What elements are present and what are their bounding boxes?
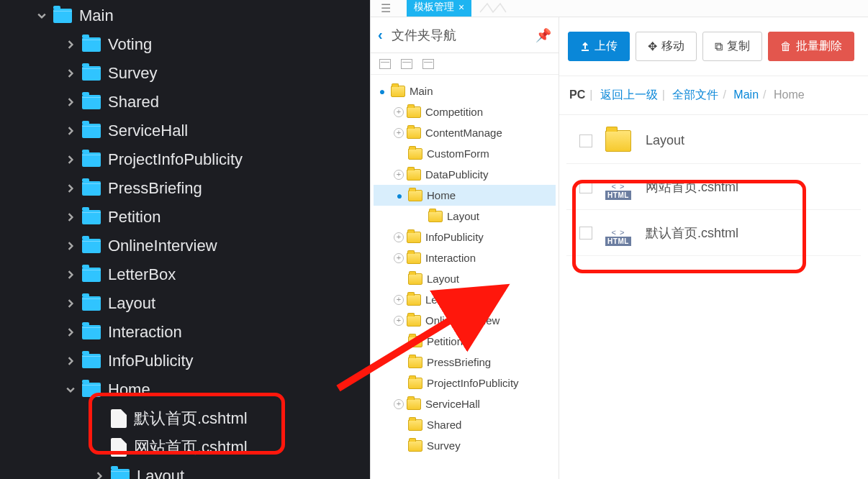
mid-tree-item[interactable]: +Interaction [374, 247, 556, 268]
mid-tree-item[interactable]: Layout [374, 206, 556, 227]
tree-item[interactable]: Interaction [0, 318, 370, 347]
pin-icon[interactable]: 📌 [535, 27, 551, 43]
expand-icon[interactable]: + [394, 316, 404, 326]
button-label: 移动 [661, 39, 684, 54]
upload-button[interactable]: 上传 [568, 32, 630, 61]
tree-item[interactable]: OnlineInterview [0, 232, 370, 260]
mid-tree-item[interactable]: +LetterBox [374, 289, 556, 310]
spacer [414, 211, 425, 222]
tree-label: Voting [108, 35, 152, 54]
layout-icon[interactable] [379, 59, 391, 69]
menu-icon[interactable]: ☰ [381, 1, 395, 15]
expand-icon[interactable]: + [394, 295, 404, 305]
mid-tree-item[interactable]: ProjectInfoPublicity [374, 373, 556, 393]
file-row[interactable]: < >HTML 默认首页.cshtml [566, 210, 861, 256]
mid-tree-item[interactable]: Layout [374, 268, 556, 289]
tree-item[interactable]: InfoPublicity [0, 347, 370, 375]
tree-item-home[interactable]: Home [0, 375, 370, 404]
file-row[interactable]: < >HTML 网站首页.cshtml [566, 164, 861, 210]
chevron-right-icon [65, 125, 76, 137]
tree-label: OnlineInterview [425, 314, 499, 327]
copy-button[interactable]: ⧉复制 [702, 32, 762, 61]
expand-icon[interactable]: + [394, 253, 404, 263]
breadcrumb-main[interactable]: Main [733, 88, 759, 101]
breadcrumb-all[interactable]: 全部文件 [672, 88, 718, 101]
tree-item[interactable]: Layout [0, 289, 370, 318]
folder-icon [391, 86, 405, 97]
spacer [94, 413, 105, 424]
expand-icon[interactable]: + [394, 107, 404, 117]
breadcrumb-current: Home [774, 88, 805, 101]
tree-item[interactable]: ProjectInfoPublicity [0, 145, 370, 174]
tree-label: Layout [427, 273, 459, 285]
tab-bar: ☰ 模板管理 × [371, 0, 868, 17]
file-list: Layout < >HTML 网站首页.cshtml < >HTML 默认首页.… [559, 115, 868, 259]
tree-label: Layout [137, 467, 184, 479]
back-arrow-icon[interactable]: ‹ [378, 27, 383, 43]
spacer [394, 148, 405, 160]
html-file-icon: < >HTML [605, 174, 631, 200]
folder-icon [407, 232, 421, 243]
checkbox[interactable] [579, 134, 592, 147]
chevron-right-icon [65, 240, 76, 252]
mid-tree-item[interactable]: +OnlineInterview [374, 310, 556, 331]
mid-tree-item[interactable]: +ContentManage [374, 122, 556, 143]
close-icon[interactable]: × [458, 1, 464, 13]
breadcrumb: PC| 返回上一级| 全部文件/ Main/ Home [559, 76, 868, 115]
mid-tree-item[interactable]: ●Home [374, 185, 556, 206]
mid-tree-item[interactable]: Survey [374, 435, 556, 456]
expand-icon[interactable]: + [394, 170, 404, 180]
tree-label: ContentManage [425, 127, 502, 139]
tree-label: LetterBox [425, 293, 471, 306]
expand-icon[interactable]: + [394, 128, 404, 138]
tree-item[interactable]: Survey [0, 59, 370, 88]
delete-button[interactable]: 🗑批量删除 [768, 32, 854, 61]
tab-template-manage[interactable]: 模板管理 × [407, 0, 471, 17]
tree-label: Interaction [108, 323, 182, 342]
left-file-tree: Main VotingSurveySharedServiceHallProjec… [0, 0, 370, 479]
folder-icon [407, 294, 421, 306]
collapse-icon[interactable]: ● [376, 86, 388, 97]
folder-nav-title: 文件夹导航 [392, 27, 535, 44]
layout-icon[interactable] [422, 59, 434, 69]
mid-tree-item[interactable]: +Competition [374, 101, 556, 122]
tree-item[interactable]: PressBriefing [0, 174, 370, 203]
folder-icon [408, 273, 422, 285]
tree-item[interactable]: Voting [0, 30, 370, 59]
collapse-icon[interactable]: ● [394, 190, 405, 201]
mid-tree-item[interactable]: +ServiceHall [374, 393, 556, 414]
move-button[interactable]: ✥移动 [636, 32, 697, 61]
breadcrumb-back[interactable]: 返回上一级 [600, 88, 658, 101]
folder-icon [408, 148, 422, 160]
tree-item[interactable]: Petition [0, 203, 370, 232]
tree-label: Home [108, 380, 150, 399]
mid-tree-item[interactable]: Shared [374, 414, 556, 435]
mid-tree-item[interactable]: PressBriefing [374, 352, 556, 373]
button-label: 复制 [727, 39, 750, 54]
mid-tree-item[interactable]: Petition [374, 331, 556, 352]
folder-icon [53, 9, 72, 23]
file-row-folder[interactable]: Layout [566, 118, 861, 164]
folder-icon [408, 357, 422, 368]
mid-tree-root[interactable]: ● Main [374, 81, 556, 101]
expand-icon[interactable]: + [394, 232, 404, 242]
spacer [94, 442, 105, 453]
tree-file-item[interactable]: 默认首页.cshtml [0, 404, 370, 433]
tree-item[interactable]: Shared [0, 88, 370, 117]
mid-tree-item[interactable]: +DataPublicity [374, 164, 556, 185]
layout-icon[interactable] [401, 59, 412, 69]
tree-item[interactable]: LetterBox [0, 260, 370, 289]
mid-tree-item[interactable]: CustomForm [374, 143, 556, 164]
tree-item-layout[interactable]: Layout [0, 462, 370, 479]
tree-item[interactable]: ServiceHall [0, 117, 370, 145]
folder-icon [408, 378, 422, 389]
tree-item-main[interactable]: Main [0, 1, 370, 30]
mid-tree-item[interactable]: +InfoPublicity [374, 227, 556, 247]
chevron-right-icon [65, 211, 76, 223]
tree-file-item[interactable]: 网站首页.cshtml [0, 433, 370, 462]
checkbox[interactable] [579, 181, 592, 193]
checkbox[interactable] [579, 227, 592, 240]
file-icon [111, 409, 127, 428]
chevron-right-icon [65, 154, 76, 165]
expand-icon[interactable]: + [394, 399, 404, 409]
